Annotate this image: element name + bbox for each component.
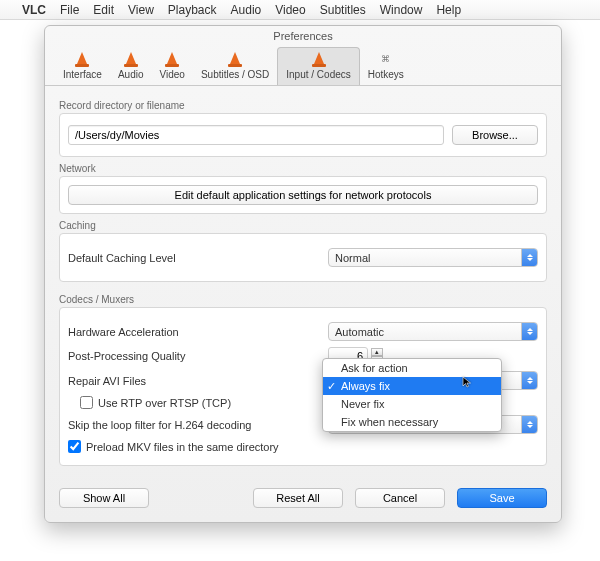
repairavi-label: Repair AVI Files [68, 375, 328, 387]
section-record-label: Record directory or filename [59, 100, 547, 111]
cone-icon [123, 51, 139, 67]
cone-icon [164, 51, 180, 67]
network-protocols-button[interactable]: Edit default application settings for ne… [68, 185, 538, 205]
rtp-label: Use RTP over RTSP (TCP) [98, 397, 231, 409]
menu-file[interactable]: File [60, 3, 79, 17]
tab-hotkeys[interactable]: ⌘Hotkeys [360, 48, 412, 85]
menu-view[interactable]: View [128, 3, 154, 17]
menu-audio[interactable]: Audio [231, 3, 262, 17]
window-title: Preferences [45, 26, 561, 44]
cancel-button[interactable]: Cancel [355, 488, 445, 508]
menu-subtitles[interactable]: Subtitles [320, 3, 366, 17]
reset-all-button[interactable]: Reset All [253, 488, 343, 508]
repairavi-option-when-necessary[interactable]: Fix when necessary [323, 413, 501, 431]
menubar: VLC File Edit View Playback Audio Video … [0, 0, 600, 20]
network-panel: Edit default application settings for ne… [59, 176, 547, 214]
stepper-up-icon[interactable]: ▴ [371, 348, 383, 356]
section-network-label: Network [59, 163, 547, 174]
record-panel: Browse... [59, 113, 547, 157]
caching-level-label: Default Caching Level [68, 252, 328, 264]
cone-icon [74, 51, 90, 67]
menu-edit[interactable]: Edit [93, 3, 114, 17]
hotkeys-icon: ⌘ [378, 51, 394, 67]
preferences-body: Record directory or filename Browse... N… [45, 86, 561, 478]
rtp-checkbox[interactable] [80, 396, 93, 409]
tab-subtitles-osd[interactable]: Subtitles / OSD [193, 48, 277, 85]
footer: Show All Reset All Cancel Save [45, 478, 561, 522]
record-path-input[interactable] [68, 125, 444, 145]
chevron-updown-icon [521, 323, 537, 340]
chevron-updown-icon [521, 416, 537, 433]
menu-help[interactable]: Help [436, 3, 461, 17]
repairavi-option-ask[interactable]: Ask for action [323, 359, 501, 377]
tab-input-codecs[interactable]: Input / Codecs [277, 47, 359, 85]
menu-playback[interactable]: Playback [168, 3, 217, 17]
section-codecs-label: Codecs / Muxers [59, 294, 547, 305]
repairavi-dropdown[interactable]: Ask for action Always fix Never fix Fix … [322, 358, 502, 432]
preloadmkv-label: Preload MKV files in the same directory [86, 441, 279, 453]
tab-audio[interactable]: Audio [110, 48, 152, 85]
preferences-window: Preferences Interface Audio Video Subtit… [44, 25, 562, 523]
save-button[interactable]: Save [457, 488, 547, 508]
skiploop-label: Skip the loop filter for H.264 decoding [68, 419, 328, 431]
cone-icon [227, 51, 243, 67]
hwaccel-label: Hardware Acceleration [68, 326, 328, 338]
browse-button[interactable]: Browse... [452, 125, 538, 145]
cone-icon [311, 51, 327, 67]
menu-window[interactable]: Window [380, 3, 423, 17]
preloadmkv-checkbox[interactable] [68, 440, 81, 453]
hwaccel-select[interactable]: Automatic [328, 322, 538, 341]
caching-panel: Default Caching Level Normal [59, 233, 547, 282]
section-caching-label: Caching [59, 220, 547, 231]
repairavi-option-always[interactable]: Always fix [323, 377, 501, 395]
menubar-app[interactable]: VLC [22, 3, 46, 17]
chevron-updown-icon [521, 249, 537, 266]
tab-interface[interactable]: Interface [55, 48, 110, 85]
codecs-panel: Hardware Acceleration Automatic Post-Pro… [59, 307, 547, 466]
show-all-button[interactable]: Show All [59, 488, 149, 508]
postproc-label: Post-Processing Quality [68, 350, 328, 362]
tab-video[interactable]: Video [152, 48, 193, 85]
chevron-updown-icon [521, 372, 537, 389]
preloadmkv-checkbox-row[interactable]: Preload MKV files in the same directory [68, 440, 538, 453]
repairavi-option-never[interactable]: Never fix [323, 395, 501, 413]
caching-level-select[interactable]: Normal [328, 248, 538, 267]
preferences-toolbar: Interface Audio Video Subtitles / OSD In… [45, 44, 561, 86]
menu-video[interactable]: Video [275, 3, 305, 17]
